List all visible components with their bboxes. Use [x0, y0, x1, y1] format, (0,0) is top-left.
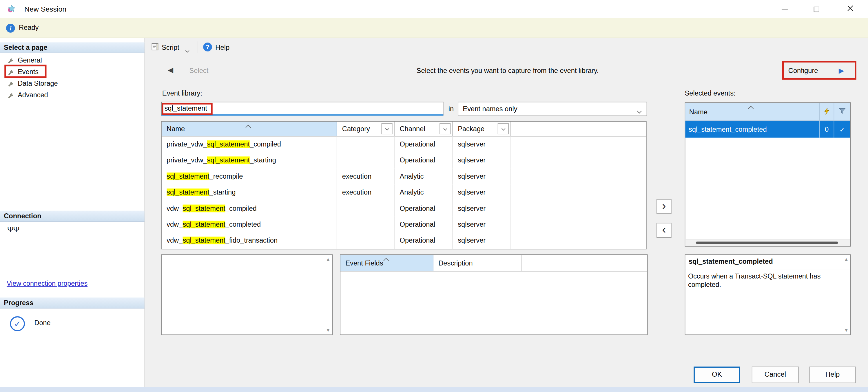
table-row[interactable]: vdw_sql_statement_fido_transaction Opera…: [162, 233, 646, 249]
event-name-cell: private_vdw_sql_statement_compiled: [162, 137, 337, 153]
selected-event-row[interactable]: sql_statement_completed 0 ✓: [685, 121, 850, 137]
channel-filter-button[interactable]: [439, 123, 451, 134]
category-cell: [337, 233, 395, 249]
close-button[interactable]: [833, 0, 868, 18]
search-match-highlight: sql_statement: [207, 156, 250, 164]
search-match-highlight: sql_statement: [207, 140, 250, 148]
instruction-text: Select the events you want to capture fr…: [352, 67, 662, 75]
help-toolbar-button[interactable]: Help: [215, 44, 229, 52]
channel-column-header[interactable]: Channel: [395, 122, 453, 136]
search-scope-dropdown[interactable]: Event names only: [458, 102, 647, 116]
in-label: in: [448, 105, 454, 113]
window-title: New Session: [24, 0, 66, 18]
channel-cell: Operational: [395, 217, 453, 233]
sidebar-item-label: Data Storage: [18, 78, 58, 90]
sidebar: Select a page General Events Data Storag…: [0, 38, 145, 387]
description-column-header[interactable]: Description: [433, 255, 522, 271]
chevron-down-icon: [385, 126, 389, 130]
maximize-button[interactable]: [801, 0, 833, 18]
scrollbar-thumb[interactable]: [696, 242, 838, 244]
sidebar-item-data-storage[interactable]: Data Storage: [0, 78, 145, 90]
event-detail-title: sql_statement_completed: [689, 258, 773, 265]
channel-cell: Operational: [395, 233, 453, 249]
search-scope-value: Event names only: [463, 102, 517, 116]
selected-events-label: Selected events:: [685, 90, 736, 97]
back-arrow-icon[interactable]: ◀: [168, 66, 173, 74]
lightning-column-header[interactable]: [819, 103, 834, 121]
category-cell: [337, 153, 395, 168]
name-column-header[interactable]: Name: [162, 122, 337, 136]
package-cell: sqlserver: [453, 201, 511, 217]
connection-section-header: Connection: [0, 211, 145, 222]
ok-button[interactable]: OK: [693, 366, 740, 383]
cancel-button[interactable]: Cancel: [752, 366, 799, 383]
move-left-button[interactable]: ‹: [656, 223, 672, 238]
main-panel: Script ? Help ◀ Select Select the events…: [145, 38, 868, 387]
chevron-down-icon: [638, 107, 641, 115]
selected-name-column-header[interactable]: Name: [689, 108, 708, 116]
scroll-down-icon[interactable]: ▼: [844, 327, 848, 333]
forward-arrow-icon[interactable]: ▶: [839, 66, 844, 75]
sidebar-item-advanced[interactable]: Advanced: [0, 90, 145, 101]
search-match-highlight: sql_statement: [166, 172, 209, 181]
event-library-search-input[interactable]: [161, 102, 443, 116]
selected-events-header: Name: [685, 103, 850, 121]
progress-section-header: Progress: [0, 297, 145, 308]
event-library-table-header: Name Category Channel Package: [162, 122, 646, 137]
sidebar-item-general[interactable]: General: [0, 55, 145, 66]
configure-button[interactable]: Configure: [788, 67, 818, 75]
wrench-icon: [7, 92, 14, 103]
select-button[interactable]: Select: [189, 67, 208, 75]
filler-cell: [511, 137, 646, 153]
scroll-up-icon[interactable]: ▲: [326, 257, 331, 262]
event-name-cell: vdw_sql_statement_fido_transaction: [162, 233, 337, 249]
package-column-header[interactable]: Package: [453, 122, 511, 136]
minimize-button[interactable]: [768, 0, 801, 18]
help-button[interactable]: Help: [809, 366, 856, 383]
sort-ascending-icon: [749, 104, 753, 112]
channel-cell: Operational: [395, 137, 453, 153]
filler-cell: [511, 185, 646, 201]
table-row[interactable]: sql_statement_starting execution Analyti…: [162, 185, 646, 201]
event-fields-column-header[interactable]: Event Fields: [340, 255, 433, 271]
category-cell: execution: [337, 168, 395, 185]
filler-cell: [511, 233, 646, 249]
table-row[interactable]: private_vdw_sql_statement_starting Opera…: [162, 153, 646, 168]
done-check-icon: ✓: [10, 316, 25, 331]
table-row[interactable]: sql_statement_recompile execution Analyt…: [162, 168, 646, 185]
category-column-header[interactable]: Category: [337, 122, 395, 136]
toolbar-separator: [197, 41, 198, 53]
new-session-dialog: New Session i Ready Select a page Genera…: [0, 0, 868, 392]
package-cell: sqlserver: [453, 233, 511, 249]
filler-cell: [511, 153, 646, 168]
table-row[interactable]: vdw_sql_statement_completed Operational …: [162, 217, 646, 233]
category-cell: execution: [337, 185, 395, 201]
category-filter-button[interactable]: [381, 123, 392, 134]
event-fields-list[interactable]: ▲ ▼: [161, 254, 333, 335]
horizontal-scrollbar[interactable]: [685, 239, 850, 246]
sidebar-item-events[interactable]: Events: [0, 66, 145, 78]
scroll-down-icon[interactable]: ▼: [326, 327, 331, 333]
sidebar-item-label: Events: [18, 66, 38, 78]
filter-column-header[interactable]: [834, 103, 850, 121]
script-button[interactable]: Script: [162, 44, 179, 52]
filler-cell: [511, 201, 646, 217]
package-filter-button[interactable]: [498, 123, 509, 134]
script-icon: [151, 42, 160, 53]
maximize-icon: [814, 6, 819, 12]
table-row[interactable]: private_vdw_sql_statement_compiled Opera…: [162, 137, 646, 153]
search-match-highlight: sql_statement: [183, 205, 225, 213]
package-cell: sqlserver: [453, 137, 511, 153]
sort-ascending-icon: [246, 123, 250, 131]
table-row[interactable]: vdw_sql_statement_compiled Operational s…: [162, 201, 646, 217]
script-dropdown-button[interactable]: [186, 46, 189, 54]
event-name-cell: sql_statement_recompile: [162, 168, 337, 185]
event-description-panel: sql_statement_completed Occurs when a Tr…: [685, 254, 851, 335]
chevron-down-icon: [185, 48, 189, 53]
minimize-icon: [781, 9, 787, 9]
sort-ascending-icon: [384, 257, 388, 264]
move-right-button[interactable]: ›: [656, 199, 672, 214]
view-connection-properties-link[interactable]: View connection properties: [7, 280, 88, 288]
scroll-up-icon[interactable]: ▲: [844, 257, 848, 262]
channel-cell: Operational: [395, 153, 453, 168]
